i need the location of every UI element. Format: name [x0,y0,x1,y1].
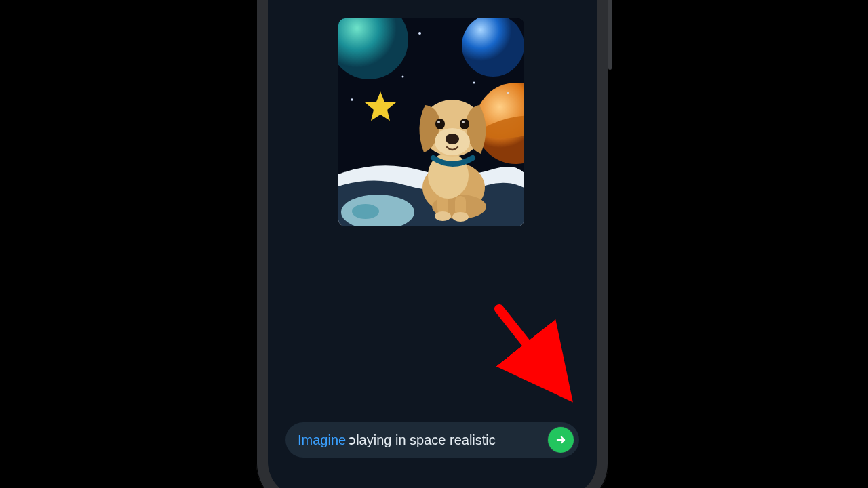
svg-point-22 [460,119,469,129]
svg-point-21 [435,119,445,129]
send-button[interactable] [548,427,574,453]
arrow-right-icon [555,434,567,446]
stage: Imagine ɔlaying in space realistic [0,0,868,488]
svg-point-16 [452,212,469,222]
phone-frame: Imagine ɔlaying in space realistic [256,0,608,488]
svg-point-4 [418,32,421,35]
prompt-text: ɔlaying in space realistic [349,432,496,448]
svg-point-6 [351,98,353,101]
svg-point-8 [507,92,509,94]
svg-point-7 [473,81,475,83]
imagine-command-chip: Imagine [298,432,346,448]
phone-screen: Imagine ɔlaying in space realistic [268,0,597,488]
svg-point-10 [352,204,379,219]
svg-point-23 [437,121,440,123]
svg-point-20 [446,134,459,144]
puppy-space-illustration-icon [338,18,524,226]
svg-point-24 [462,121,465,123]
svg-point-5 [402,76,404,78]
generated-image[interactable] [338,18,524,226]
prompt-input-bar[interactable]: Imagine ɔlaying in space realistic [285,422,579,458]
phone-side-button [608,0,612,70]
svg-point-15 [435,211,451,221]
